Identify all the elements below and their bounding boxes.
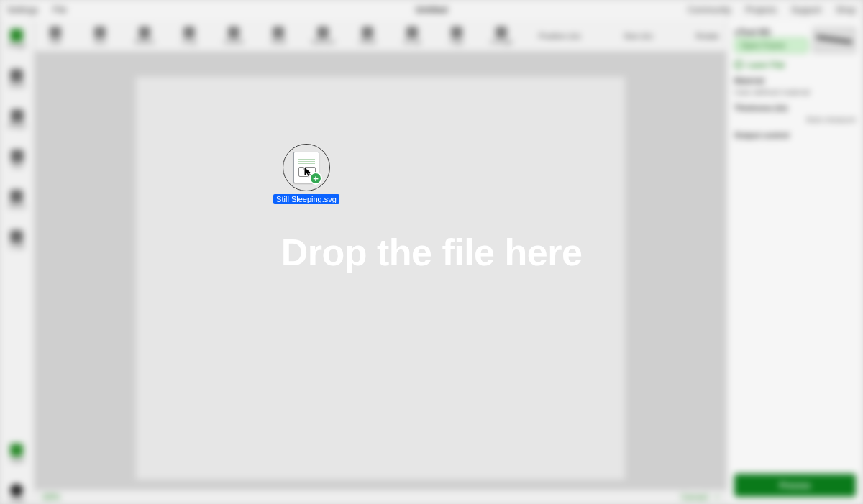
tool-size[interactable]: Size: [86, 27, 114, 45]
link-support[interactable]: Support: [791, 5, 821, 15]
link-projects[interactable]: Projects: [746, 5, 777, 15]
menu-file[interactable]: File: [52, 5, 66, 15]
auto-measure-button[interactable]: Auto-measure: [734, 115, 856, 124]
tool-edit[interactable]: Edit: [42, 27, 69, 45]
side-insert[interactable]: Insert: [9, 69, 25, 89]
side-apps[interactable]: Apps: [9, 444, 24, 464]
side-code[interactable]: Code: [9, 230, 25, 250]
top-menu-bar: Settings File Untitled Community Project…: [0, 0, 863, 20]
tool-weld[interactable]: Weld: [265, 27, 292, 45]
side-vector[interactable]: Vector: [8, 190, 27, 210]
output-control-label: Output control: [734, 131, 856, 139]
side-image[interactable]: Image: [8, 29, 26, 49]
side-trash[interactable]: Trash: [9, 484, 25, 504]
tool-reflect[interactable]: Reflect: [131, 27, 158, 45]
device-thumbnail: [813, 27, 856, 53]
side-text[interactable]: Text: [11, 150, 24, 170]
material-label: Material: [734, 76, 856, 85]
right-properties-panel: xTool M1 Open Frame Laser Flat Material …: [726, 20, 863, 504]
tool-outline[interactable]: Outline: [220, 27, 247, 45]
thickness-label: Thickness (in): [734, 104, 856, 112]
process-button[interactable]: Process: [734, 474, 856, 497]
top-toolbar: Edit Size Reflect Array Outline Weld Sub…: [35, 20, 726, 52]
open-frame-button[interactable]: Open Frame: [734, 37, 808, 53]
add-canvas-button[interactable]: +: [715, 493, 719, 501]
dragged-file[interactable]: + Still Sleeping.svg: [277, 144, 336, 204]
zoom-level[interactable]: 100%: [42, 493, 60, 501]
drop-file-here-text: Drop the file here: [281, 231, 583, 274]
menu-settings[interactable]: Settings: [7, 5, 38, 15]
document-title: Untitled: [416, 5, 448, 15]
tool-arrange[interactable]: Arrange: [488, 27, 515, 45]
canvas-tab[interactable]: Canvas1: [681, 493, 709, 501]
artboard[interactable]: [136, 77, 625, 480]
link-shop[interactable]: Shop: [836, 5, 856, 15]
tool-offset[interactable]: Offset: [354, 27, 381, 45]
add-badge-icon: +: [309, 172, 322, 185]
tool-subtract[interactable]: Subtract: [309, 27, 337, 45]
device-name: xTool M1: [734, 27, 808, 37]
tool-align[interactable]: Align: [443, 27, 470, 45]
tool-group[interactable]: Group: [398, 27, 426, 45]
position-label: Position (in): [539, 32, 580, 40]
side-shape[interactable]: Shape: [7, 109, 26, 129]
size-label: Size (in): [624, 32, 652, 40]
bottom-status-bar: 100% Canvas1 +: [35, 490, 726, 504]
tool-array[interactable]: Array: [175, 27, 203, 45]
rotate-label: Rotate: [696, 32, 719, 40]
dragged-file-name: Still Sleeping.svg: [273, 194, 339, 204]
link-community[interactable]: Community: [688, 5, 731, 15]
dragged-file-circle: +: [283, 144, 330, 191]
left-sidebar: Image Insert Shape Text Vector Code Apps…: [0, 20, 35, 504]
laser-flat-button[interactable]: Laser Flat: [734, 60, 856, 69]
material-value[interactable]: User-defined material: [734, 88, 856, 96]
target-icon: [734, 60, 743, 69]
